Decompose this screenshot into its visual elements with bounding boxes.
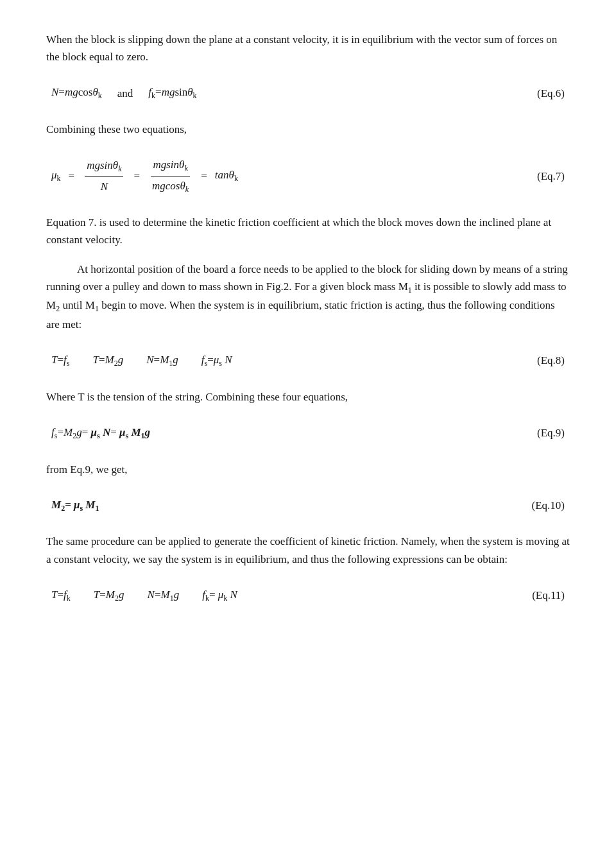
eq10-sub-s: s	[80, 504, 83, 513]
equation-8-row: T=fs T=M2g N=M1g fs=μs N (Eq.8)	[46, 351, 570, 370]
horizontal-para: At horizontal position of the board a fo…	[46, 261, 570, 334]
eq7-sub-k: k	[57, 175, 61, 184]
eq11-sub-k2: k	[205, 594, 209, 603]
eq8-NM1g: N=M1g	[146, 351, 178, 370]
eq11-sub-k1: k	[67, 594, 71, 603]
eq9-sub-s3: s	[126, 431, 129, 440]
eq8-sub-s3: s	[219, 359, 222, 368]
eq6-label: (Eq.6)	[537, 85, 565, 102]
eq7-label: (Eq.7)	[537, 168, 565, 185]
eq7-fraction2: mgsinθk mgcosθk	[150, 156, 191, 196]
eq6-sub-k2: k	[151, 92, 155, 101]
eq9-sub-s2: s	[97, 431, 100, 440]
eq7-eq2: =	[133, 168, 140, 185]
eq8-fsusN: fs=μs N	[201, 351, 232, 370]
eq7-sub-k2: k	[118, 165, 121, 174]
eq10-expression: M2= μs M1	[51, 496, 99, 515]
eq6-N: N=mgcosθk	[51, 83, 102, 103]
eq7-den1: N	[99, 177, 110, 195]
eq9-sub-s: s	[55, 431, 58, 440]
equation-6-row: N=mgcosθk and fk=mgsinθk (Eq.6)	[46, 83, 570, 103]
eq7-mu: μk	[51, 166, 61, 185]
eq7-eq1: =	[69, 168, 75, 185]
eq7-eq3: =	[201, 168, 207, 185]
combining-two-para: Combining these two equations,	[46, 121, 570, 138]
eq7-note: Equation 7. is used to determine the kin…	[46, 214, 570, 248]
eq8-label: (Eq.8)	[537, 352, 565, 369]
eq7-sub-k5: k	[234, 175, 238, 184]
M1-sub: 1	[408, 286, 412, 295]
eq6-sub-k3: k	[193, 92, 197, 101]
eq7-fraction1: mgsinθk N	[85, 157, 123, 195]
eq6-sub-k1: k	[98, 92, 102, 101]
M2-sub: 2	[56, 305, 60, 314]
eq9-expression: fs=M2g= μs N= μs M1g	[51, 424, 150, 443]
eq8-TM2g: T=M2g	[92, 351, 123, 370]
eq11-TM2g: T=M2g	[94, 586, 124, 605]
eq11-NM1g: N=M1g	[148, 586, 180, 605]
eq9-label: (Eq.9)	[537, 424, 565, 442]
eq11-label: (Eq.11)	[532, 587, 565, 604]
eq7-den2: mgcosθk	[150, 176, 191, 196]
eq10-sub-2: 2	[61, 504, 65, 513]
eq6-fk: fk=mgsinθk	[148, 83, 196, 103]
eq11-Tfk: T=fk	[51, 586, 71, 605]
equation-6-content: N=mgcosθk and fk=mgsinθk	[51, 83, 197, 103]
equation-10-row: M2= μs M1 (Eq.10)	[46, 496, 570, 515]
same-procedure-para: The same procedure can be applied to gen…	[46, 533, 570, 567]
eq11-fkukN: fk= μk N	[202, 586, 237, 605]
eq8-Tfs: T=fs	[51, 351, 69, 370]
equation-7-row: μk = mgsinθk N = mgsinθk mgcosθk = tanθk…	[46, 156, 570, 196]
eq7-num2: mgsinθk	[151, 156, 189, 176]
eq11-sub-k3: k	[223, 594, 227, 603]
eq10-label: (Eq.10)	[532, 497, 565, 514]
equation-10-content: M2= μs M1	[51, 496, 99, 515]
eq7-sub-k3: k	[184, 164, 187, 173]
eq10-sub-1: 1	[95, 504, 99, 513]
equation-9-row: fs=M2g= μs N= μs M1g (Eq.9)	[46, 424, 570, 443]
eq8-sub-s1: s	[67, 359, 70, 368]
equation-11-content: T=fk T=M2g N=M1g fk= μk N	[51, 586, 237, 605]
intro-paragraph: When the block is slipping down the plan…	[46, 31, 570, 65]
where-T-para: Where T is the tension of the string. Co…	[46, 388, 570, 406]
equation-9-content: fs=M2g= μs N= μs M1g	[51, 424, 150, 443]
eq7-num1: mgsinθk	[85, 157, 123, 177]
equation-8-content: T=fs T=M2g N=M1g fs=μs N	[51, 351, 232, 370]
equation-7-content: μk = mgsinθk N = mgsinθk mgcosθk = tanθk	[51, 156, 238, 196]
eq8-sub-s2: s	[205, 359, 208, 368]
from-eq9-para: from Eq.9, we get,	[46, 461, 570, 478]
equation-11-row: T=fk T=M2g N=M1g fk= μk N (Eq.11)	[46, 586, 570, 605]
eq6-and: and	[117, 85, 133, 102]
M1b-sub: 1	[95, 305, 99, 314]
eq7-tantheta: tanθk	[215, 166, 238, 185]
eq7-sub-k4: k	[185, 185, 189, 194]
